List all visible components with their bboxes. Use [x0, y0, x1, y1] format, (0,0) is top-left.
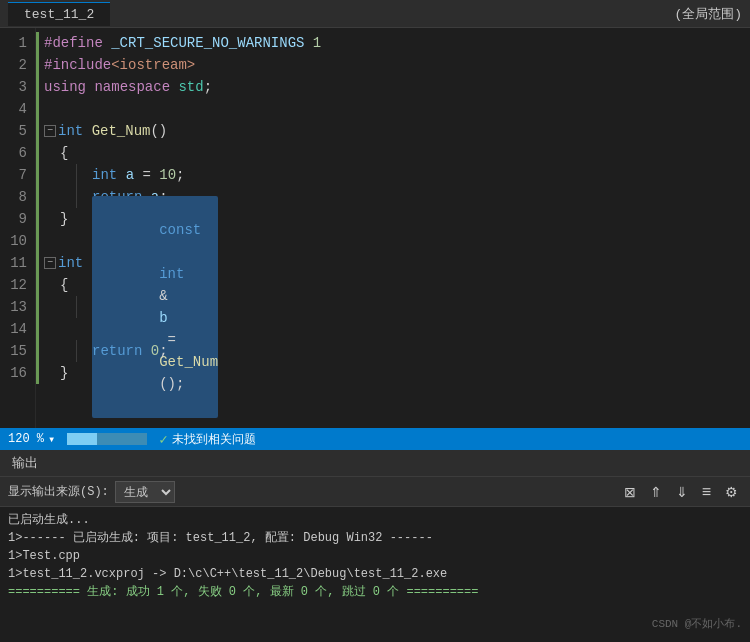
std-name: std — [178, 76, 203, 98]
int-keyword-main: int — [58, 252, 83, 274]
namespace-keyword: namespace — [94, 76, 170, 98]
var-a: a — [126, 164, 134, 186]
line-num-16: 16 — [8, 362, 27, 384]
line-num-12: 12 — [8, 274, 27, 296]
func-get-num: Get_Num — [92, 120, 151, 142]
status-bar: 120 % ▾ ✓ 未找到相关问题 — [0, 428, 750, 450]
line-num-13: 13 — [8, 296, 27, 318]
scope-indicator: (全局范围) — [674, 5, 742, 23]
output-line-4: 1>test_11_2.vcxproj -> D:\c\C++\test_11_… — [8, 565, 742, 583]
line-num-6: 6 — [8, 142, 27, 164]
line-num-15: 15 — [8, 340, 27, 362]
selected-code: const int & b = Get_Num (); — [92, 196, 218, 418]
line-num-11: 11 — [8, 252, 27, 274]
output-content: 已启动生成... 1>------ 已启动生成: 项目: test_11_2, … — [0, 507, 750, 637]
status-check: ✓ 未找到相关问题 — [159, 431, 255, 448]
zoom-level: 120 % — [8, 432, 44, 446]
fold-btn-5[interactable]: − — [44, 125, 56, 137]
settings-btn[interactable]: ⚙ — [721, 482, 742, 502]
line-num-8: 8 — [8, 186, 27, 208]
code-line-2: #include <iostream> — [44, 54, 750, 76]
int-keyword-a: int — [92, 164, 117, 186]
editor-area: 1 2 3 4 5 6 7 8 9 10 11 12 13 14 15 16 #… — [0, 28, 750, 428]
macro-value: 1 — [313, 32, 321, 54]
clear-output-btn[interactable]: ⊠ — [620, 482, 640, 502]
code-line-15: return 0 ; — [44, 340, 750, 362]
check-icon: ✓ — [159, 431, 167, 448]
val-10: 10 — [159, 164, 176, 186]
editor-tab[interactable]: test_11_2 — [8, 2, 110, 26]
line-num-1: 1 — [8, 32, 27, 54]
macro-name: _CRT_SECURE_NO_WARNINGS — [111, 32, 304, 54]
int-keyword: int — [58, 120, 83, 142]
output-line-3: 1>Test.cpp — [8, 547, 742, 565]
line-num-4: 4 — [8, 98, 27, 120]
title-bar: test_11_2 (全局范围) — [0, 0, 750, 28]
return-val-0: 0 — [151, 340, 159, 362]
output-toolbar: 显示输出来源(S): 生成 ⊠ ⇑ ⇓ ≡ ⚙ — [0, 477, 750, 507]
line-num-9: 9 — [8, 208, 27, 230]
line-num-2: 2 — [8, 54, 27, 76]
scroll-up-btn[interactable]: ⇑ — [646, 482, 666, 502]
code-line-3: using namespace std ; — [44, 76, 750, 98]
line-num-10: 10 — [8, 230, 27, 252]
code-line-1: #define _CRT_SECURE_NO_WARNINGS 1 — [44, 32, 750, 54]
output-header: 输出 — [0, 450, 750, 477]
fold-btn-11[interactable]: − — [44, 257, 56, 269]
code-content[interactable]: #define _CRT_SECURE_NO_WARNINGS 1 #inclu… — [36, 28, 750, 428]
scrollbar-thumb[interactable] — [67, 433, 97, 445]
scrollbar[interactable] — [67, 433, 147, 445]
output-line-5: ========== 生成: 成功 1 个, 失败 0 个, 最新 0 个, 跳… — [8, 583, 742, 601]
output-line-2: 1>------ 已启动生成: 项目: test_11_2, 配置: Debug… — [8, 529, 742, 547]
zoom-control[interactable]: 120 % ▾ — [8, 432, 55, 447]
code-line-6: { — [44, 142, 750, 164]
scroll-down-btn[interactable]: ⇓ — [672, 482, 692, 502]
include-value: <iostream> — [111, 54, 195, 76]
code-line-5: − int Get_Num () — [44, 120, 750, 142]
preprocessor-keyword: #define — [44, 32, 103, 54]
status-text: 未找到相关问题 — [172, 431, 256, 448]
code-line-13: const int & b = Get_Num (); — [44, 296, 750, 318]
line-num-14: 14 — [8, 318, 27, 340]
using-keyword: using — [44, 76, 86, 98]
watermark: CSDN @不如小布. — [652, 615, 742, 633]
word-wrap-btn[interactable]: ≡ — [698, 481, 715, 503]
return-keyword-2: return — [92, 340, 142, 362]
include-keyword: #include — [44, 54, 111, 76]
source-select[interactable]: 生成 — [115, 481, 175, 503]
code-line-14 — [44, 318, 750, 340]
zoom-arrow-icon: ▾ — [48, 432, 55, 447]
code-line-7: int a = 10 ; — [44, 164, 750, 186]
source-label: 显示输出来源(S): — [8, 483, 109, 500]
line-num-5: 5 — [8, 120, 27, 142]
output-line-1: 已启动生成... — [8, 511, 742, 529]
line-numbers: 1 2 3 4 5 6 7 8 9 10 11 12 13 14 15 16 — [0, 28, 36, 428]
line-num-7: 7 — [8, 164, 27, 186]
code-line-16: } — [44, 362, 750, 384]
line-num-3: 3 — [8, 76, 27, 98]
code-line-4 — [44, 98, 750, 120]
